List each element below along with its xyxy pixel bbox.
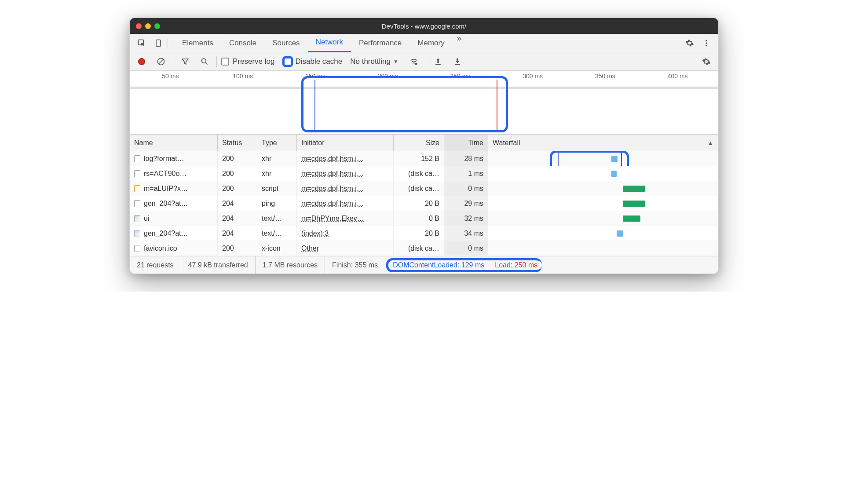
throttling-select[interactable]: No throttling ▼: [347, 57, 402, 66]
request-type: xhr: [257, 166, 297, 181]
table-row[interactable]: m=aLUfP?x… 200 script m=cdos,dpf,hsm,j… …: [130, 181, 718, 196]
file-icon: [134, 215, 140, 222]
header-initiator[interactable]: Initiator: [297, 135, 394, 151]
overview-ruler: 50 ms 100 ms 150 ms 200 ms 250 ms 300 ms…: [130, 71, 718, 80]
file-icon: [134, 245, 140, 252]
request-size: 20 B: [394, 196, 444, 211]
sort-arrow-icon: ▲: [707, 139, 713, 146]
table-row[interactable]: gen_204?at… 204 text/… (index):3 20 B 34…: [130, 226, 718, 241]
titlebar: DevTools - www.google.com/: [130, 18, 718, 34]
load-marker: [497, 80, 497, 131]
svg-point-7: [415, 62, 417, 65]
request-status: 200: [218, 241, 257, 256]
tab-console[interactable]: Console: [221, 34, 264, 52]
filter-icon[interactable]: [178, 54, 193, 69]
request-status: 200: [218, 166, 257, 181]
request-initiator[interactable]: m=DhPYme,Ekev…: [297, 211, 394, 226]
table-row[interactable]: favicon.ico 200 x-icon Other (disk ca… 0…: [130, 241, 718, 256]
request-name: ui: [144, 215, 149, 223]
request-type: ping: [257, 196, 297, 211]
record-button[interactable]: [134, 54, 149, 69]
header-size[interactable]: Size: [394, 135, 444, 151]
annotation-highlight-overview: [301, 76, 508, 132]
panel-gear-icon[interactable]: [699, 54, 714, 69]
file-icon: [134, 200, 140, 207]
disable-cache-checkbox[interactable]: Disable cache: [284, 57, 342, 66]
request-name: log?format…: [144, 155, 184, 163]
request-waterfall: [488, 151, 718, 166]
request-time: 29 ms: [444, 196, 488, 211]
request-type: text/…: [257, 226, 297, 241]
inspect-icon[interactable]: [134, 36, 149, 51]
waterfall-bar: [623, 186, 645, 192]
request-size: (disk ca…: [394, 241, 444, 256]
tab-elements[interactable]: Elements: [174, 34, 221, 52]
request-time: 34 ms: [444, 226, 488, 241]
table-row[interactable]: gen_204?at… 204 ping m=cdos,dpf,hsm,j… 2…: [130, 196, 718, 211]
upload-icon[interactable]: [431, 54, 446, 69]
table-row[interactable]: log?format… 200 xhr m=cdos,dpf,hsm,j… 15…: [130, 151, 718, 166]
device-icon[interactable]: [151, 36, 166, 51]
svg-rect-1: [156, 40, 161, 46]
download-icon[interactable]: [450, 54, 465, 69]
request-waterfall: [488, 196, 718, 211]
header-name[interactable]: Name: [130, 135, 218, 151]
request-name: gen_204?at…: [144, 230, 188, 237]
tab-performance[interactable]: Performance: [351, 34, 409, 52]
waterfall-bar: [623, 201, 645, 207]
status-load: Load: 250 ms: [495, 261, 537, 269]
request-waterfall: [488, 211, 718, 226]
header-status[interactable]: Status: [218, 135, 257, 151]
status-requests: 21 requests: [130, 256, 181, 274]
chevron-down-icon: ▼: [393, 58, 398, 65]
preserve-log-checkbox[interactable]: Preserve log: [221, 57, 274, 66]
request-time: 1 ms: [444, 166, 488, 181]
request-initiator[interactable]: m=cdos,dpf,hsm,j…: [297, 196, 394, 211]
svg-point-6: [201, 58, 206, 63]
table-row[interactable]: ui 204 text/… m=DhPYme,Ekev… 0 B 32 ms: [130, 211, 718, 226]
tab-sources[interactable]: Sources: [264, 34, 307, 52]
request-name: favicon.ico: [144, 245, 177, 252]
request-status: 204: [218, 211, 257, 226]
tabs: Elements Console Sources Network Perform…: [174, 34, 466, 52]
table-headers: Name Status Type Initiator Size Time Wat…: [130, 135, 718, 151]
header-type[interactable]: Type: [257, 135, 297, 151]
kebab-icon[interactable]: [699, 36, 714, 51]
request-size: 152 B: [394, 151, 444, 166]
table-row[interactable]: rs=ACT90o… 200 xhr m=cdos,dpf,hsm,j… (di…: [130, 166, 718, 181]
main-tabs-row: Elements Console Sources Network Perform…: [130, 34, 718, 52]
request-time: 0 ms: [444, 241, 488, 256]
timeline-overview[interactable]: 50 ms 100 ms 150 ms 200 ms 250 ms 300 ms…: [130, 71, 718, 135]
request-name: rs=ACT90o…: [144, 170, 186, 178]
request-status: 204: [218, 196, 257, 211]
request-initiator[interactable]: Other: [297, 241, 394, 256]
clear-icon[interactable]: [154, 54, 168, 69]
status-domcontentloaded: DOMContentLoaded: 129 ms: [393, 261, 484, 269]
overview-track: [130, 87, 718, 89]
request-time: 0 ms: [444, 181, 488, 196]
header-time[interactable]: Time: [444, 135, 488, 151]
request-time: 28 ms: [444, 151, 488, 166]
request-size: (disk ca…: [394, 166, 444, 181]
request-name: m=aLUfP?x…: [144, 185, 188, 193]
request-type: xhr: [257, 151, 297, 166]
tab-memory[interactable]: Memory: [409, 34, 452, 52]
annotation-highlight-status: DOMContentLoaded: 129 ms Load: 250 ms: [386, 258, 542, 272]
gear-icon[interactable]: [682, 36, 697, 51]
request-status: 200: [218, 181, 257, 196]
request-initiator[interactable]: (index):3: [297, 226, 394, 241]
load-line: [621, 151, 622, 166]
file-icon: [134, 185, 140, 192]
request-initiator[interactable]: m=cdos,dpf,hsm,j…: [297, 181, 394, 196]
tab-network[interactable]: Network: [308, 34, 351, 52]
domcontentloaded-marker: [314, 80, 315, 131]
waterfall-bar: [611, 171, 617, 177]
request-initiator[interactable]: m=cdos,dpf,hsm,j…: [297, 166, 394, 181]
header-waterfall[interactable]: Waterfall ▲: [488, 135, 718, 151]
request-initiator[interactable]: m=cdos,dpf,hsm,j…: [297, 151, 394, 166]
more-tabs-icon[interactable]: »: [453, 34, 466, 52]
status-finish: Finish: 355 ms: [325, 256, 385, 274]
search-icon[interactable]: [197, 54, 212, 69]
disable-cache-label: Disable cache: [295, 57, 342, 66]
wifi-settings-icon[interactable]: [406, 54, 421, 69]
